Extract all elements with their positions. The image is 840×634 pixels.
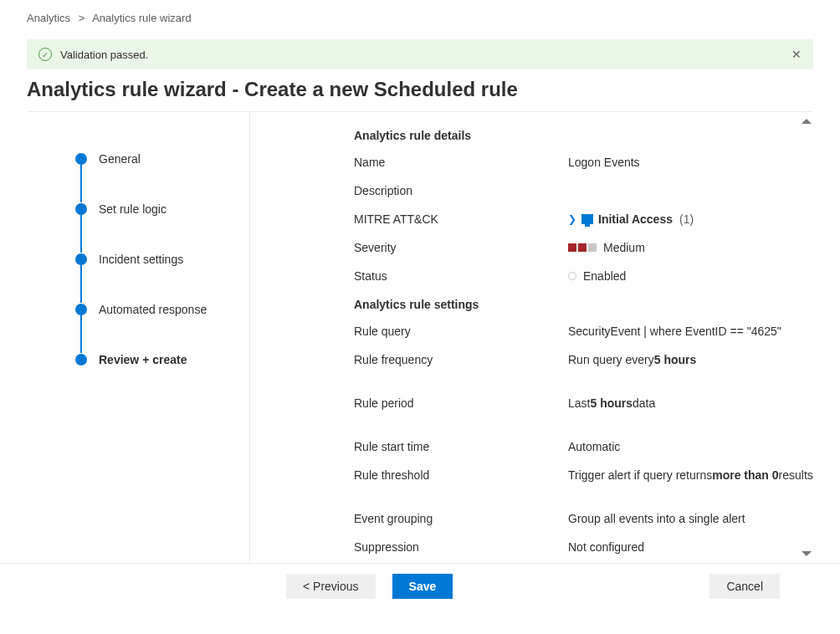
breadcrumb-root[interactable]: Analytics: [27, 12, 70, 24]
scroll-up-icon[interactable]: [802, 119, 812, 124]
row-description: Description: [354, 177, 813, 206]
steps-sidebar: General Set rule logic Incident settings…: [27, 112, 250, 563]
section-rule-settings: Analytics rule settings: [354, 298, 813, 311]
label-mitre: MITRE ATT&CK: [354, 212, 568, 226]
label-rule-threshold: Rule threshold: [354, 468, 568, 482]
label-rule-query: Rule query: [354, 325, 568, 338]
value-name: Logon Events: [568, 156, 640, 169]
step-connector: [80, 164, 82, 202]
step-connector: [80, 264, 82, 303]
step-connector: [80, 214, 82, 253]
label-rule-start: Rule start time: [354, 440, 568, 453]
step-label: Incident settings: [99, 253, 183, 266]
severity-indicator-icon: [568, 243, 597, 252]
label-severity: Severity: [354, 241, 568, 254]
breadcrumb-current: Analytics rule wizard: [92, 12, 192, 24]
label-description: Description: [354, 184, 568, 197]
mitre-count: (1): [679, 212, 694, 226]
status-text: Enabled: [583, 269, 626, 283]
validation-banner: ✓ Validation passed. ✕: [27, 39, 813, 69]
chevron-right-icon: >: [79, 12, 85, 24]
step-label: Automated response: [99, 303, 207, 316]
step-dot-icon: [75, 354, 87, 366]
row-mitre: MITRE ATT&CK ❯ Initial Access (1): [354, 206, 813, 234]
step-label: General: [99, 152, 141, 166]
row-rule-frequency: Rule frequency Run query every 5 hours: [354, 346, 813, 390]
value-rule-frequency: Run query every 5 hours: [568, 353, 696, 366]
label-rule-period: Rule period: [354, 396, 568, 410]
status-enabled-icon: [568, 272, 576, 280]
value-rule-query: SecurityEvent | where EventID == "4625": [568, 325, 781, 338]
step-automated-response[interactable]: Automated response: [75, 303, 249, 316]
value-suppression: Not configured: [568, 540, 644, 554]
step-incident-settings[interactable]: Incident settings: [75, 253, 249, 266]
value-status: Enabled: [568, 269, 626, 283]
mitre-tactic-chip[interactable]: ❯ Initial Access (1): [568, 212, 694, 226]
value-severity: Medium: [568, 241, 645, 254]
section-rule-details: Analytics rule details: [354, 129, 813, 142]
scroll-down-icon[interactable]: [802, 551, 812, 556]
row-rule-start: Rule start time Automatic: [354, 433, 813, 462]
severity-text: Medium: [603, 241, 645, 254]
step-review-create[interactable]: Review + create: [75, 353, 249, 366]
step-connector: [80, 314, 82, 353]
row-severity: Severity Medium: [354, 234, 813, 263]
previous-button[interactable]: < Previous: [286, 574, 376, 599]
step-dot-icon: [75, 253, 87, 265]
row-rule-period: Rule period Last 5 hours data: [354, 390, 813, 433]
value-rule-period: Last 5 hours data: [568, 396, 655, 410]
label-name: Name: [354, 156, 568, 169]
row-status: Status Enabled: [354, 263, 813, 291]
row-name: Name Logon Events: [354, 149, 813, 177]
mitre-tactic-icon: [581, 214, 593, 224]
close-icon[interactable]: ✕: [791, 48, 802, 61]
value-event-grouping: Group all events into a single alert: [568, 512, 745, 525]
step-dot-icon: [75, 304, 87, 315]
step-set-rule-logic[interactable]: Set rule logic: [75, 202, 249, 216]
step-dot-icon: [75, 203, 87, 215]
review-content: Analytics rule details Name Logon Events…: [250, 112, 813, 563]
row-suppression: Suppression Not configured: [354, 534, 813, 562]
page-title: Analytics rule wizard - Create a new Sch…: [27, 78, 813, 101]
footer-bar: < Previous Save Cancel: [0, 563, 840, 609]
label-status: Status: [354, 269, 568, 283]
label-event-grouping: Event grouping: [354, 512, 568, 525]
validation-message: Validation passed.: [60, 49, 148, 61]
value-rule-threshold: Trigger alert if query returns more than…: [568, 468, 813, 482]
label-rule-frequency: Rule frequency: [354, 353, 568, 366]
step-label: Review + create: [99, 353, 187, 366]
row-event-grouping: Event grouping Group all events into a s…: [354, 505, 813, 534]
row-rule-threshold: Rule threshold Trigger alert if query re…: [354, 462, 813, 505]
wizard-body: General Set rule logic Incident settings…: [27, 111, 813, 563]
mitre-tactic-name: Initial Access: [598, 212, 673, 226]
cancel-button[interactable]: Cancel: [709, 574, 780, 599]
check-circle-icon: ✓: [38, 48, 52, 61]
value-rule-start: Automatic: [568, 440, 620, 453]
save-button[interactable]: Save: [392, 574, 453, 599]
row-rule-query: Rule query SecurityEvent | where EventID…: [354, 318, 813, 346]
step-label: Set rule logic: [99, 202, 166, 216]
step-general[interactable]: General: [75, 152, 249, 166]
chevron-right-icon: ❯: [568, 213, 576, 225]
breadcrumb: Analytics > Analytics rule wizard: [27, 12, 813, 24]
label-suppression: Suppression: [354, 540, 568, 554]
step-dot-icon: [75, 153, 87, 165]
